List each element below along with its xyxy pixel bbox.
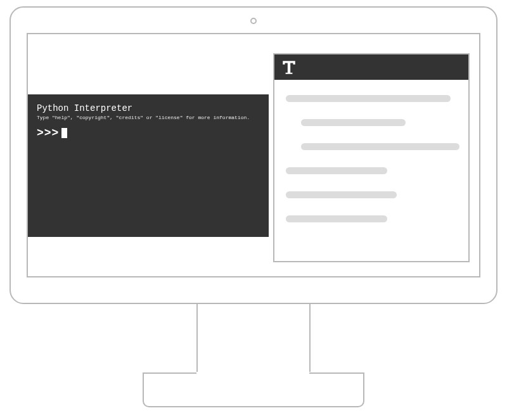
terminal-prompt-line[interactable]: >>> (37, 127, 260, 139)
monitor-screen: Python Interpreter Type "help", "copyrig… (27, 33, 480, 277)
text-line-placeholder (286, 191, 397, 198)
doc-body (274, 80, 468, 255)
camera-icon (250, 18, 257, 24)
monitor-bezel: Python Interpreter Type "help", "copyrig… (10, 6, 497, 304)
text-document-window[interactable] (273, 53, 470, 262)
text-line-placeholder (301, 119, 406, 126)
prompt-symbol: >>> (37, 127, 59, 139)
monitor-illustration: Python Interpreter Type "help", "copyrig… (10, 6, 497, 412)
monitor-stand (143, 372, 364, 407)
doc-header (274, 54, 468, 80)
terminal-title: Python Interpreter (37, 103, 260, 113)
text-line-placeholder (301, 143, 459, 150)
monitor-neck (196, 303, 311, 372)
terminal-window[interactable]: Python Interpreter Type "help", "copyrig… (28, 94, 269, 237)
text-line-placeholder (286, 167, 387, 174)
text-line-placeholder (286, 95, 451, 102)
cursor-icon (61, 128, 67, 138)
terminal-help-text: Type "help", "copyright", "credits" or "… (37, 115, 260, 120)
text-line-placeholder (286, 215, 387, 222)
text-icon (281, 59, 297, 75)
